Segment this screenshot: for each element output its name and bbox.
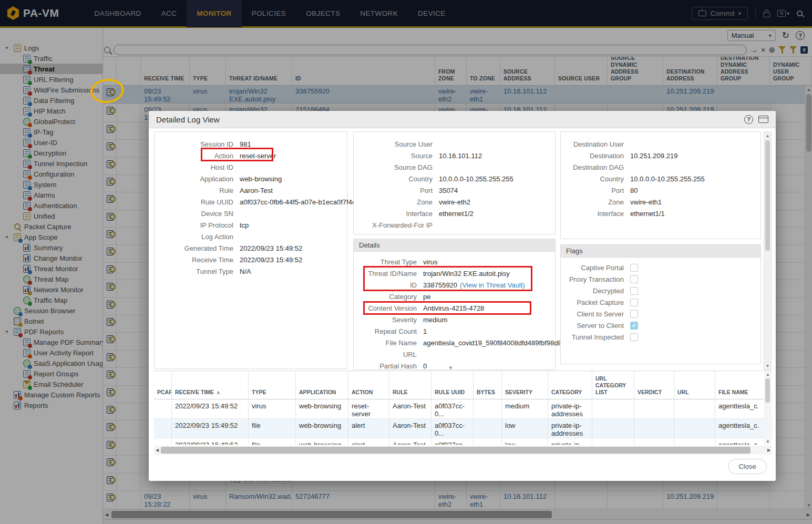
field-row: Category pe <box>354 291 555 302</box>
column-header[interactable]: RECEIVE TIME ∧ <box>172 371 249 399</box>
field-row: Device SN <box>155 208 347 219</box>
field-value: 0 <box>423 362 427 370</box>
flag-checkbox[interactable] <box>630 275 638 283</box>
cell-rule-uuid: a0f037cc-0... <box>431 419 474 438</box>
cell-application: web-browsing <box>296 419 348 438</box>
field-row: Interface ethernet1/2 <box>354 208 555 219</box>
destination-panel: Destination User Destination 10.251.209.… <box>560 131 761 239</box>
table-horizontal-scrollbar[interactable]: ◀ ▶ <box>154 446 772 455</box>
field-row: Rule UUID a0f037cc-0fb6-44f5-a07e-b1eca0… <box>155 196 347 208</box>
field-row: Threat Type virus <box>354 256 555 268</box>
related-log-row[interactable]: 2022/09/23 15:49:52 file web-browsing al… <box>154 438 772 445</box>
field-row: Session ID 981 <box>155 138 347 150</box>
cell-rule: Aaron-Test <box>389 419 431 438</box>
cell-file-name: agenttesla_c... <box>715 419 758 438</box>
field-row: Source 10.16.101.112 <box>354 150 555 161</box>
related-log-row[interactable]: 2022/09/23 15:49:52 file web-browsing al… <box>154 419 772 438</box>
column-header[interactable]: BYTES <box>474 371 502 399</box>
scrollbar-thumb[interactable] <box>765 140 770 251</box>
flags-panel: Flags Captive Portal Proxy Transaction D… <box>560 244 761 364</box>
flag-checkbox[interactable] <box>630 287 638 295</box>
flag-checkbox[interactable] <box>630 264 638 272</box>
cell-url-category-list <box>592 419 634 438</box>
field-value: 10.251.209.219 <box>630 152 677 160</box>
cell-severity: low <box>502 438 548 445</box>
general-panel: Session ID 981 Action reset-server Host … <box>154 131 347 369</box>
field-row: ID 338755920 (View in Threat Vault) <box>354 279 555 291</box>
modal-window-icon[interactable] <box>758 116 768 123</box>
column-header[interactable]: TYPE <box>249 371 296 399</box>
field-label: Destination User <box>561 140 624 148</box>
scrollbar-thumb[interactable] <box>765 378 770 403</box>
cell-verdict <box>634 419 674 438</box>
close-button[interactable]: Close <box>728 459 767 474</box>
column-header[interactable]: URL CATEGORY LIST <box>592 371 634 399</box>
cell-file-name: agenttesla_c <box>715 438 758 445</box>
field-value: virus <box>423 258 437 266</box>
field-row: File Name agenttesla_covid19_590f84008df… <box>354 337 555 348</box>
modal-help-icon[interactable]: ? <box>744 115 753 124</box>
column-header[interactable]: APPLICATION <box>296 371 348 399</box>
table-vertical-scrollbar[interactable]: ▲ ▼ <box>764 371 772 445</box>
related-log-row[interactable]: 2022/09/23 15:49:52 virus web-browsing r… <box>154 399 772 419</box>
field-row: Tunnel Type N/A <box>155 265 347 277</box>
cell-verdict <box>634 438 674 445</box>
field-row: Content Version Antivirus-4215-4728 <box>354 302 555 314</box>
column-header[interactable]: PCAP <box>154 371 172 399</box>
scroll-down-icon[interactable]: ▼ <box>764 438 772 445</box>
flag-checkbox[interactable] <box>630 322 638 330</box>
scroll-left-icon[interactable]: ◀ <box>154 446 160 455</box>
field-row: IP Protocol tcp <box>155 219 347 231</box>
threat-vault-link[interactable]: (View in Threat Vault) <box>460 281 525 289</box>
field-value: 338755920 <box>423 281 457 289</box>
cell-category: private-ip-addresses <box>548 419 592 438</box>
field-label: File Name <box>354 339 417 347</box>
field-label: Receive Time <box>155 256 233 264</box>
modal-vertical-scrollbar[interactable]: ▲ ▼ <box>764 131 772 370</box>
details-panel-header: Details <box>354 239 555 252</box>
flags-panel-header: Flags <box>561 245 760 258</box>
column-header[interactable]: URL <box>674 371 715 399</box>
field-label: Host ID <box>155 163 233 171</box>
column-header[interactable]: SEVERITY <box>502 371 548 399</box>
scroll-right-icon[interactable]: ▶ <box>766 446 772 455</box>
field-label: Source User <box>354 140 433 148</box>
column-header[interactable]: FILE NAME <box>715 371 758 399</box>
details-panel: Details Threat Type virus Threat ID/Name… <box>353 239 556 370</box>
field-label: Rule <box>155 187 233 194</box>
field-value: 1 <box>423 327 427 335</box>
flag-checkbox[interactable] <box>630 333 638 341</box>
scrollbar-thumb[interactable] <box>161 447 751 454</box>
field-label: Port <box>354 187 433 194</box>
field-row: Source User <box>354 138 555 150</box>
cell-rule-uuid: a0f037cc-0... <box>431 438 474 445</box>
pa-vm-app: PA-VM DASHBOARDACCMONITORPOLICIESOBJECTS… <box>0 0 812 524</box>
column-header[interactable]: CATEGORY <box>548 371 592 399</box>
field-row: Threat ID/Name trojan/Win32 EXE.autoit.p… <box>354 268 555 279</box>
field-label: Severity <box>354 316 417 324</box>
field-label: Port <box>561 187 624 194</box>
field-value: pe <box>423 293 430 301</box>
field-value: N/A <box>240 268 251 275</box>
flag-checkbox[interactable] <box>630 299 638 306</box>
cell-type: file <box>249 419 296 438</box>
column-header[interactable]: ACTION <box>348 371 389 399</box>
cell-bytes <box>474 399 502 418</box>
panel-resize-handle[interactable]: ▼ <box>448 365 453 371</box>
field-value: web-browsing <box>240 175 282 183</box>
field-value: 981 <box>240 140 251 148</box>
column-header[interactable]: RULE UUID <box>431 371 474 399</box>
source-panel: Source User Source 10.16.101.112 Source … <box>353 131 556 234</box>
field-label: Session ID <box>155 140 233 148</box>
field-label: Country <box>561 175 624 183</box>
column-header[interactable]: VERDICT <box>634 371 674 399</box>
flag-checkbox[interactable] <box>630 310 638 318</box>
cell-action: alert <box>348 419 389 438</box>
scroll-down-icon[interactable]: ▼ <box>764 362 771 369</box>
field-label: Source <box>354 152 433 160</box>
flag-row: Client to Server <box>561 308 760 320</box>
scroll-up-icon[interactable]: ▲ <box>764 132 771 139</box>
column-header[interactable]: RULE <box>389 371 431 399</box>
field-row: URL <box>354 348 555 360</box>
scroll-up-icon[interactable]: ▲ <box>764 371 772 377</box>
